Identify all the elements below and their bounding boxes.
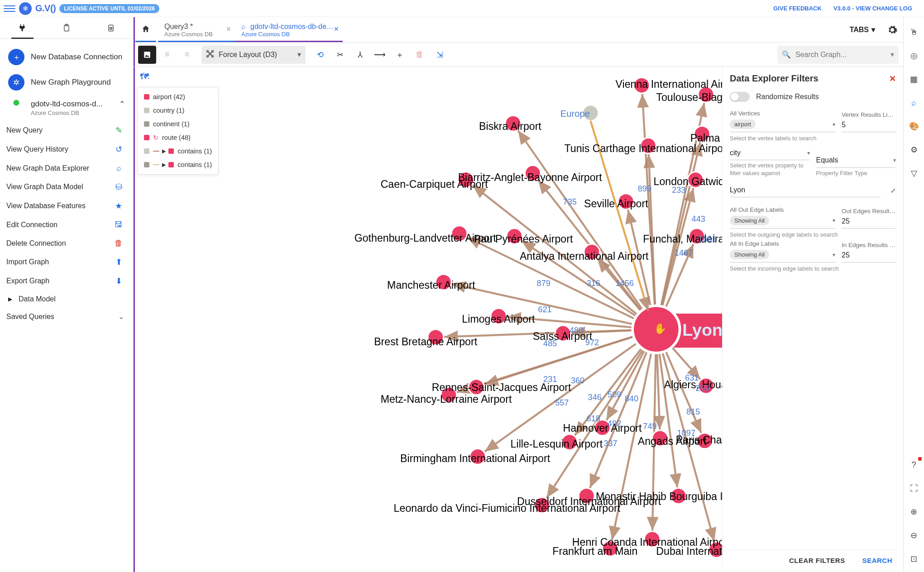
edge-distance-label: 1456 — [616, 279, 634, 288]
close-icon[interactable]: ✕ — [226, 25, 231, 33]
sb-export-graph[interactable]: Export Graph ⬇ — [6, 272, 127, 291]
caret-down-icon: ▾ — [890, 50, 894, 59]
edge-distance-label: 631 — [685, 373, 699, 382]
add-button[interactable]: ＋ — [391, 46, 409, 64]
new-playground-label: New Graph Playground — [31, 78, 111, 87]
sb-view-features[interactable]: View Database Features ★ — [6, 196, 127, 215]
layout-label: Force Layout (D3) — [219, 51, 294, 59]
delete-button[interactable]: 🗑 — [411, 46, 429, 64]
path-button[interactable]: ✂ — [331, 46, 349, 64]
chevron-up-icon[interactable]: ⌃ — [119, 100, 125, 108]
connection-entry[interactable]: gdotv-ltd-cosmos-d... Azure Cosmos DB ⌃ — [6, 95, 127, 121]
image-mode-button[interactable] — [138, 46, 156, 64]
continent-label: Europe — [560, 109, 590, 119]
search-button[interactable]: SEARCH — [860, 556, 895, 565]
edge-distance-label: 492 — [608, 419, 621, 428]
help-icon[interactable]: ? — [907, 458, 921, 472]
out-edges-select[interactable]: Showing All ▾ — [730, 214, 835, 229]
app-logo-text: G.V() — [35, 3, 56, 14]
graph-toolbar: ≡ ≡ Force Layout (D3) ▾ ⟲ ✂ ⅄ ⟶ ＋ 🗑 ⇲ 🔍 … — [134, 43, 903, 67]
graph-search[interactable]: 🔍 ▾ — [777, 46, 899, 64]
filter-button-1[interactable]: ≡ — [158, 46, 176, 64]
new-connection-button[interactable]: ＋ New Database Connection — [6, 44, 127, 70]
filter-button-2[interactable]: ≡ — [178, 46, 196, 64]
feedback-link[interactable]: GIVE FEEDBACK — [773, 5, 822, 12]
in-edges-select[interactable]: Showing All ▾ — [730, 248, 835, 262]
hierarchy-button[interactable]: ⅄ — [351, 46, 369, 64]
sidebar-tab-clipboard[interactable] — [44, 17, 89, 38]
chip-icon: ✲ — [8, 74, 24, 91]
sidebar-tab-connect[interactable] — [0, 17, 44, 38]
search-db-icon[interactable]: ⌕ — [907, 96, 921, 110]
node-label: Frankfurt am Main — [552, 545, 637, 557]
clear-filters-button[interactable]: CLEAR FILTERS — [786, 556, 848, 565]
sliders-icon[interactable]: ⚙ — [907, 143, 921, 157]
node-label: Seville Airport — [584, 198, 648, 210]
sidebar-tab-history[interactable] — [89, 17, 133, 38]
zoom-out-icon[interactable]: ⊖ — [907, 529, 921, 542]
svg-rect-4 — [144, 52, 150, 58]
funnel-icon[interactable]: ▽ — [907, 167, 921, 180]
palette-icon[interactable]: 🎨 — [907, 119, 921, 133]
edge-distance-label: 972 — [585, 338, 599, 347]
zoom-in-icon[interactable]: ⊕ — [907, 505, 921, 519]
sb-new-explorer[interactable]: New Graph Data Explorer ⌕ — [6, 159, 127, 177]
out-edges-label: All Out Edge Labels — [730, 206, 835, 213]
close-icon[interactable]: ✕ — [334, 25, 339, 33]
caret-down-icon: ▾ — [297, 50, 301, 59]
edge-distance-label: 485 — [543, 339, 557, 348]
sb-view-model[interactable]: View Graph Data Model ⛁ — [6, 177, 127, 196]
graph-canvas[interactable]: 🗺 airport (42) country (1) continent (1)… — [134, 67, 903, 572]
target-icon[interactable]: ◎ — [907, 49, 921, 62]
sb-new-query[interactable]: New Query ✎ — [6, 121, 127, 140]
data-explorer-panel: Data Explorer Filters ✕ Randomize Result… — [722, 67, 903, 572]
sb-import-graph[interactable]: Import Graph ⬆ — [6, 253, 127, 272]
filter-value-input[interactable] — [730, 184, 881, 197]
out-limit-input[interactable] — [842, 215, 896, 229]
vertex-property-select[interactable]: city ▾ — [730, 147, 810, 160]
sb-saved-queries-toggle[interactable]: Saved Queries ⌄ — [6, 308, 127, 325]
fullscreen-icon[interactable]: ⛶ — [907, 481, 921, 495]
node-label: Hannover Airport — [563, 422, 642, 434]
graph-search-input[interactable] — [795, 50, 887, 59]
edge-distance-label: 346 — [588, 393, 602, 402]
mouse-icon[interactable]: 🖱 — [907, 25, 921, 39]
table-icon[interactable]: ▦ — [907, 72, 921, 86]
settings-button[interactable] — [881, 17, 903, 42]
vertex-limit-input[interactable] — [842, 119, 896, 132]
star-icon: ★ — [113, 201, 124, 211]
history-icon: ↺ — [113, 144, 124, 154]
expand-icon[interactable]: ⤢ — [890, 187, 896, 194]
vertex-labels-select[interactable]: airport ▾ — [730, 118, 835, 132]
chevron-down-icon[interactable]: ⌄ — [118, 312, 124, 321]
tabs-menu[interactable]: TABS▾ — [843, 17, 881, 42]
edge-button[interactable]: ⟶ — [371, 46, 389, 64]
layout-select[interactable]: Force Layout (D3) ▾ — [201, 46, 306, 64]
tab-explorer[interactable]: ⌕ gdotv-ltd-cosmos-db-dev.... Azure Cosm… — [235, 17, 343, 42]
sb-edit-connection[interactable]: Edit Connection 🖫 — [6, 215, 127, 234]
tab-query3[interactable]: Query3 * Azure Cosmos DB ✕ — [158, 17, 235, 42]
property-help: Select the vertex property to filter val… — [730, 162, 810, 177]
export-button[interactable]: ⇲ — [431, 46, 449, 64]
sb-view-history[interactable]: View Query History ↺ — [6, 140, 127, 159]
filter-type-select[interactable]: Equals ▾ — [816, 154, 896, 168]
close-icon[interactable]: ✕ — [889, 74, 896, 84]
edge-distance-label: 443 — [692, 214, 705, 224]
vertex-limit-label: Vertex Results Limi... — [842, 111, 896, 118]
save-icon: 🖫 — [113, 220, 124, 229]
sb-delete-connection[interactable]: Delete Connection 🗑 — [6, 234, 127, 253]
explorer-icon: ⌕ — [113, 163, 124, 173]
new-playground-button[interactable]: ✲ New Graph Playground — [6, 70, 127, 95]
randomize-switch[interactable] — [730, 92, 750, 102]
node-label: Biarritz-Anglet-Bayonne Airport — [458, 172, 603, 183]
license-chip[interactable]: LICENSE ACTIVE UNTIL 01/02/2026 — [59, 4, 159, 13]
refresh-button[interactable]: ⟲ — [311, 46, 329, 64]
menu-icon[interactable] — [4, 3, 15, 14]
in-limit-input[interactable] — [842, 249, 896, 262]
version-link[interactable]: V3.0.0 - VIEW CHANGE LOG — [833, 5, 912, 12]
edge-distance-label: 256 — [695, 384, 709, 393]
home-tab[interactable] — [135, 17, 156, 42]
sb-data-model-toggle[interactable]: ▶ Data Model — [6, 291, 127, 308]
sidebar-tabs — [0, 17, 133, 39]
fit-icon[interactable]: ⊡ — [907, 552, 921, 566]
